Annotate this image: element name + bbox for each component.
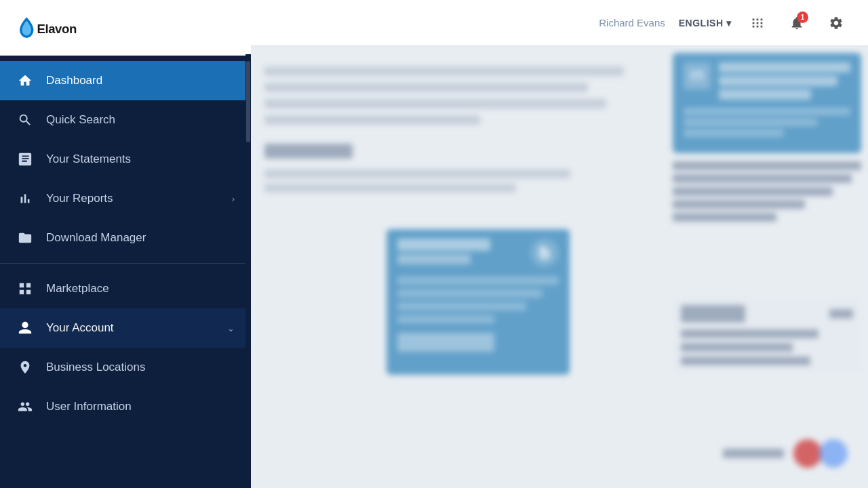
username-label: Richard Evans (599, 17, 665, 28)
ql-item-1 (681, 329, 818, 338)
bottom-payment-icons (723, 439, 848, 468)
statements-card-icon (530, 239, 559, 267)
sidebar-scrollbar[interactable] (245, 54, 251, 488)
stmt-blur-4 (397, 315, 494, 323)
statements-title-blur (397, 239, 490, 251)
dashboard-content (251, 46, 868, 488)
desc-blur-2 (673, 174, 852, 183)
statements-card-header (397, 239, 559, 267)
svg-text:Elavon: Elavon (37, 22, 77, 36)
discover-title-blur-1 (719, 62, 850, 73)
sidebar-item-label: Marketplace (46, 282, 235, 296)
sidebar-item-your-account[interactable]: Your Account ⌄ (0, 308, 251, 348)
sidebar-item-your-reports[interactable]: Your Reports › (0, 179, 251, 218)
sidebar-item-label: Dashboard (46, 74, 235, 87)
sidebar-item-dashboard[interactable]: Dashboard (0, 61, 251, 100)
quick-links-see-all-blur (829, 309, 853, 319)
stmt-blur-3 (397, 302, 526, 310)
language-label: ENGLISH (679, 18, 724, 28)
blurred-overlay (251, 46, 868, 488)
mastercard-red-icon (793, 439, 822, 468)
sidebar-item-quick-search[interactable]: Quick Search (0, 100, 251, 140)
ql-item-3 (681, 357, 810, 365)
notification-badge: 1 (797, 12, 808, 23)
topbar: Richard Evans ENGLISH ▾ 1 (251, 0, 868, 46)
blur-text-3 (264, 99, 606, 108)
discover-title-blur-3 (719, 89, 811, 100)
desc-blur-3 (673, 187, 833, 196)
desc-blur-5 (673, 213, 776, 222)
group-icon (16, 399, 34, 414)
discover-title-blur-2 (719, 76, 837, 86)
sidebar-item-marketplace[interactable]: Marketplace (0, 269, 251, 308)
folder-icon (16, 230, 34, 245)
chevron-right-icon: › (232, 194, 235, 204)
apps-grid-button[interactable] (745, 10, 770, 36)
stmt-cta-blur (397, 333, 494, 352)
elavon-logo: Elavon (16, 12, 91, 45)
discover-card-icon (684, 62, 711, 89)
discover-body-blur-3 (684, 129, 784, 137)
quick-links-card (673, 297, 861, 373)
sidebar-logo: Elavon (0, 0, 251, 56)
statements-subtitle-blur (397, 254, 471, 264)
blur-text-5 (264, 169, 570, 178)
blur-text-4 (264, 115, 480, 125)
quick-links-title-blur (681, 305, 745, 323)
sidebar-item-label: Business Locations (46, 361, 235, 374)
main-content-area: Richard Evans ENGLISH ▾ 1 (251, 0, 868, 488)
sidebar-item-user-information[interactable]: User Information (0, 387, 251, 426)
notifications-button[interactable]: 1 (784, 10, 810, 36)
statements-card-title (397, 239, 530, 264)
document-icon (16, 152, 34, 167)
discover-description-area (673, 161, 861, 226)
search-icon (16, 113, 34, 127)
settings-button[interactable] (823, 10, 849, 36)
sidebar-item-label: User Information (46, 400, 235, 413)
discover-card (673, 53, 861, 153)
sidebar-item-label: Your Reports (46, 192, 220, 205)
sidebar-item-download-manager[interactable]: Download Manager (0, 218, 251, 258)
language-dropdown-arrow: ▾ (726, 18, 732, 28)
location-icon (16, 360, 34, 375)
nav-divider (0, 263, 251, 264)
sidebar-item-label: Download Manager (46, 231, 235, 245)
discover-body-blur-2 (684, 119, 817, 126)
sidebar-item-label: Quick Search (46, 113, 235, 127)
blur-text-2 (264, 83, 588, 92)
latest-statements-card (387, 229, 570, 375)
statements-card-body (397, 277, 559, 352)
quick-links-header (681, 305, 853, 323)
person-icon (16, 321, 34, 336)
discover-body-blur-1 (684, 108, 850, 115)
desc-blur-4 (673, 200, 805, 209)
ql-item-2 (681, 343, 793, 352)
stmt-blur-1 (397, 277, 559, 285)
discover-card-text (719, 62, 850, 100)
content-text-area (264, 66, 624, 198)
section-title-blur (264, 144, 353, 159)
mastercard-blue-icon (819, 439, 848, 468)
desc-blur-1 (673, 161, 861, 170)
sidebar-item-your-statements[interactable]: Your Statements (0, 140, 251, 179)
discover-card-body (684, 108, 850, 137)
language-selector[interactable]: ENGLISH ▾ (679, 18, 731, 28)
sidebar: Elavon Dashboard Quick Search Your State… (0, 0, 251, 488)
blur-text-1 (264, 66, 624, 76)
sidebar-item-business-locations[interactable]: Business Locations (0, 348, 251, 387)
home-icon (16, 73, 34, 88)
scrollbar-thumb[interactable] (246, 61, 250, 142)
grid-icon (16, 281, 34, 296)
sidebar-item-label: Your Statements (46, 152, 235, 166)
sidebar-item-label: Your Account (46, 321, 215, 335)
chevron-down-icon: ⌄ (227, 323, 235, 333)
stmt-blur-2 (397, 289, 542, 298)
bar-chart-icon (16, 191, 34, 206)
blur-text-6 (264, 184, 516, 192)
sidebar-navigation: Dashboard Quick Search Your Statements Y… (0, 56, 251, 488)
payment-label-blur (723, 449, 784, 458)
